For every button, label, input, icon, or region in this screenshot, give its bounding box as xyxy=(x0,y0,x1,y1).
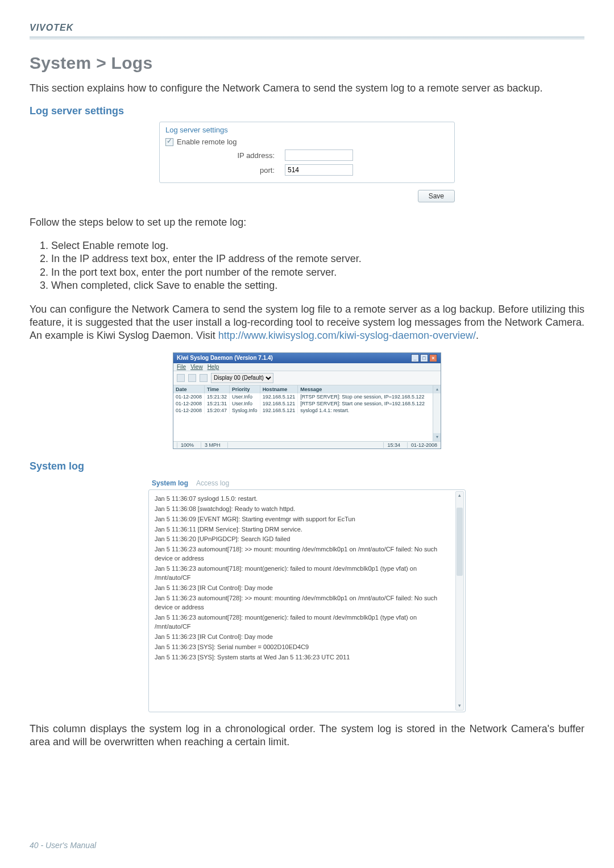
maximize-button[interactable]: □ xyxy=(420,354,428,362)
syslog-line: Jan 5 11:36:23 [IR Cut Control]: Day mod… xyxy=(155,633,454,642)
scroll-down-icon[interactable]: ▾ xyxy=(456,702,463,710)
status-pct: 100% xyxy=(177,442,194,448)
status-date: 01-12-2008 xyxy=(407,442,437,448)
table-row[interactable]: 01-12-200815:21:31User.Info192.168.5.121… xyxy=(173,400,441,407)
ip-input[interactable] xyxy=(285,149,353,161)
kiwi-scrollbar[interactable]: ▴ ▾ xyxy=(433,385,441,441)
tab-access-log[interactable]: Access log xyxy=(196,479,229,487)
toolbar-icon[interactable] xyxy=(200,374,208,382)
syslog-line: Jan 5 11:36:23 automount[718]: mount(gen… xyxy=(155,564,454,583)
minimize-button[interactable]: _ xyxy=(411,354,419,362)
col-date[interactable]: Date xyxy=(173,385,205,393)
follow-text: Follow the steps below to set up the rem… xyxy=(30,216,584,229)
save-button[interactable]: Save xyxy=(418,190,455,202)
syslog-line: Jan 5 11:36:23 [SYS]: Serial number = 00… xyxy=(155,643,454,652)
syslog-line: Jan 5 11:36:09 [EVENT MGR]: Starting eve… xyxy=(155,515,454,524)
toolbar-icon[interactable] xyxy=(188,374,196,382)
menu-file[interactable]: File xyxy=(177,364,186,370)
kiwi-title-text: Kiwi Syslog Daemon (Version 7.1.4) xyxy=(177,355,273,361)
table-row[interactable]: 01-12-200815:20:47Syslog.Info192.168.5.1… xyxy=(173,407,441,414)
brand: VIVOTEK xyxy=(30,23,584,33)
scroll-down-icon[interactable]: ▾ xyxy=(433,433,441,441)
syslog-line: Jan 5 11:36:23 automount[728]: >> mount:… xyxy=(155,594,454,612)
scroll-up-icon[interactable]: ▴ xyxy=(456,492,463,500)
toolbar-icon[interactable] xyxy=(177,374,185,382)
intro-text: This section explains how to configure t… xyxy=(30,82,584,95)
status-time: 15:34 xyxy=(383,442,400,448)
system-log-panel: System log Access log Jan 5 11:36:07 sys… xyxy=(148,477,466,712)
scroll-thumb[interactable] xyxy=(457,508,463,576)
enable-remote-log-label: Enable remote log xyxy=(177,138,237,146)
panel-legend: Log server settings xyxy=(165,126,449,134)
syslog-line: Jan 5 11:36:07 syslogd 1.5.0: restart. xyxy=(155,495,454,504)
col-time[interactable]: Time xyxy=(205,385,230,393)
menu-help[interactable]: Help xyxy=(208,364,219,370)
para-kiwi: You can configure the Network Camera to … xyxy=(30,303,584,342)
port-label: port: xyxy=(165,166,285,175)
enable-remote-log-checkbox[interactable] xyxy=(165,138,173,146)
log-server-panel: Log server settings Enable remote log IP… xyxy=(159,122,455,183)
header-rule xyxy=(30,36,584,40)
port-input[interactable] xyxy=(285,164,353,176)
syslog-line: Jan 5 11:36:23 [SYS]: System starts at W… xyxy=(155,653,454,662)
kiwi-window: Kiwi Syslog Daemon (Version 7.1.4) _ □ ×… xyxy=(173,352,441,449)
footer-page-number: 40 - User's Manual xyxy=(30,841,96,850)
syslog-line: Jan 5 11:36:11 [DRM Service]: Starting D… xyxy=(155,525,454,534)
kiwi-menu: File View Help xyxy=(173,363,441,371)
kiwi-titlebar: Kiwi Syslog Daemon (Version 7.1.4) _ □ × xyxy=(173,353,441,363)
status-rate: 3 MPH xyxy=(201,442,221,448)
menu-view[interactable]: View xyxy=(190,364,203,370)
col-hostname[interactable]: Hostname xyxy=(260,385,298,393)
syslog-textarea[interactable]: Jan 5 11:36:07 syslogd 1.5.0: restart.Ja… xyxy=(148,489,466,712)
display-select[interactable]: Display 00 (Default) xyxy=(211,373,273,383)
col-priority[interactable]: Priority xyxy=(230,385,260,393)
section-log-server-settings: Log server settings xyxy=(30,105,584,117)
kiwi-table: Date Time Priority Hostname Message 01-1… xyxy=(173,385,441,414)
steps-list: 1. Select Enable remote log. 2. In the I… xyxy=(40,239,584,293)
col-message[interactable]: Message xyxy=(298,385,441,393)
syslog-line: Jan 5 11:36:23 automount[718]: >> mount:… xyxy=(155,545,454,563)
syslog-line: Jan 5 11:36:23 [IR Cut Control]: Day mod… xyxy=(155,584,454,593)
table-row[interactable]: 01-12-200815:21:32User.Info192.168.5.121… xyxy=(173,393,441,400)
closing-text: This column displays the system log in a… xyxy=(30,722,584,749)
scroll-up-icon[interactable]: ▴ xyxy=(433,385,441,393)
ip-label: IP address: xyxy=(165,151,285,160)
tab-system-log[interactable]: System log xyxy=(152,479,188,487)
section-system-log: System log xyxy=(30,460,584,472)
syslog-line: Jan 5 11:36:23 automount[728]: mount(gen… xyxy=(155,613,454,632)
syslog-scrollbar[interactable]: ▴ ▾ xyxy=(455,491,464,711)
syslog-line: Jan 5 11:36:08 [swatchdog]: Ready to wat… xyxy=(155,505,454,514)
kiwi-link[interactable]: http://www.kiwisyslog.com/kiwi-syslog-da… xyxy=(218,330,476,341)
close-button[interactable]: × xyxy=(429,354,437,362)
page-title: System > Logs xyxy=(30,53,584,73)
syslog-line: Jan 5 11:36:20 [UPnPIGDCP]: Search IGD f… xyxy=(155,535,454,544)
kiwi-statusbar: 100% 3 MPH 15:34 01-12-2008 xyxy=(173,441,441,448)
